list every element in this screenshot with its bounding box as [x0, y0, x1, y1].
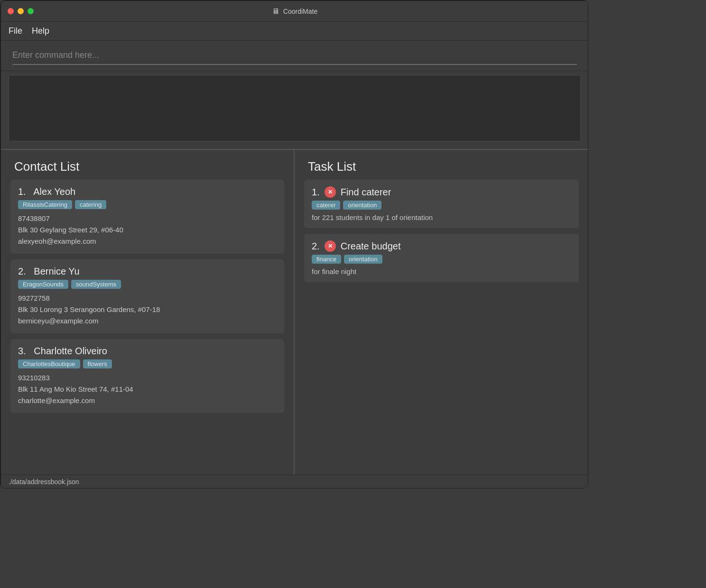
contact-3-tag-1: flowers	[83, 359, 112, 368]
task-1-header: 1. Find caterer	[312, 186, 571, 198]
menu-file[interactable]: File	[9, 26, 22, 36]
task-2-tags: finance orientation	[312, 255, 571, 264]
contact-3-tags: CharlottesBoutique flowers	[18, 359, 277, 368]
contact-2-info: 99272758 Blk 30 Lorong 3 Serangoon Garde…	[18, 293, 277, 327]
task-2-description: for finale night	[312, 267, 571, 276]
contact-1-info: 87438807 Blk 30 Geylang Street 29, #06-4…	[18, 213, 277, 247]
contact-1-address: Blk 30 Geylang Street 29, #06-40	[18, 224, 277, 236]
contact-1-tag-0: RilassisCatering	[18, 200, 72, 209]
task-card-1: 1. Find caterer caterer orientation for …	[304, 180, 579, 228]
contact-2-number: 2.	[18, 266, 26, 276]
task-1-tag-0: caterer	[312, 201, 340, 210]
contact-1-tag-1: catering	[75, 200, 106, 209]
status-bar: ./data/addressbook.json	[1, 475, 588, 488]
task-card-2: 2. Create budget finance orientation for…	[304, 234, 579, 282]
task-1-tag-1: orientation	[343, 201, 381, 210]
contact-1-email: alexyeoh@example.com	[18, 236, 277, 247]
title-bar: 🖥 CoordiMate	[1, 1, 588, 22]
task-2-header: 2. Create budget	[312, 240, 571, 252]
task-1-title: Find caterer	[341, 187, 391, 198]
title-bar-title: 🖥 CoordiMate	[272, 7, 317, 16]
menu-help[interactable]: Help	[32, 26, 49, 36]
task-1-description: for 221 students in day 1 of orientation	[312, 213, 571, 221]
contact-2-email: berniceyu@example.com	[18, 315, 277, 327]
contact-list: 1. Alex Yeoh RilassisCatering catering 8…	[1, 180, 294, 485]
task-2-title: Create budget	[341, 241, 401, 252]
task-2-tag-0: finance	[312, 255, 341, 264]
status-text: ./data/addressbook.json	[9, 478, 79, 486]
task-list-title: Task List	[295, 150, 588, 180]
app-icon: 🖥	[272, 7, 279, 16]
contact-2-phone: 99272758	[18, 293, 277, 304]
contact-2-tag-1: soundSystems	[71, 280, 121, 289]
contact-3-email: charlotte@example.com	[18, 395, 277, 406]
window-controls	[8, 8, 34, 14]
main-content: Contact List 1. Alex Yeoh RilassisCateri…	[1, 150, 588, 485]
contact-1-header: 1. Alex Yeoh	[18, 186, 277, 197]
app-title: CoordiMate	[283, 8, 317, 15]
task-2-delete-button[interactable]	[325, 240, 336, 252]
contact-3-number: 3.	[18, 346, 26, 356]
contact-2-tag-0: EragonSounds	[18, 280, 68, 289]
task-1-tags: caterer orientation	[312, 201, 571, 210]
minimize-button[interactable]	[18, 8, 24, 14]
task-1-delete-button[interactable]	[325, 186, 336, 198]
contact-3-tag-0: CharlottesBoutique	[18, 359, 80, 368]
contact-3-info: 93210283 Blk 11 Ang Mo Kio Street 74, #1…	[18, 372, 277, 406]
contact-panel: Contact List 1. Alex Yeoh RilassisCateri…	[1, 150, 295, 485]
app-window: 🖥 CoordiMate File Help Contact List 1. A…	[0, 0, 588, 488]
contact-1-number: 1.	[18, 186, 26, 197]
contact-card-3: 3. Charlotte Oliveiro CharlottesBoutique…	[10, 339, 284, 413]
task-list: 1. Find caterer caterer orientation for …	[295, 180, 588, 485]
contact-1-tags: RilassisCatering catering	[18, 200, 277, 209]
contact-list-title: Contact List	[1, 150, 294, 180]
task-2-number: 2.	[312, 241, 320, 252]
task-panel: Task List 1. Find caterer caterer orient…	[295, 150, 588, 485]
task-2-tag-1: orientation	[344, 255, 382, 264]
maximize-button[interactable]	[28, 8, 34, 14]
menu-bar: File Help	[1, 22, 588, 41]
contact-2-header: 2. Bernice Yu	[18, 266, 277, 277]
contact-3-header: 3. Charlotte Oliveiro	[18, 346, 277, 357]
contact-2-tags: EragonSounds soundSystems	[18, 280, 277, 289]
contact-1-phone: 87438807	[18, 213, 277, 224]
close-button[interactable]	[8, 8, 14, 14]
contact-3-address: Blk 11 Ang Mo Kio Street 74, #11-04	[18, 384, 277, 395]
contact-card-1: 1. Alex Yeoh RilassisCatering catering 8…	[10, 180, 284, 254]
contact-2-address: Blk 30 Lorong 3 Serangoon Gardens, #07-1…	[18, 304, 277, 315]
contact-3-name: Charlotte Oliveiro	[34, 346, 107, 356]
contact-card-2: 2. Bernice Yu EragonSounds soundSystems …	[10, 259, 284, 333]
contact-1-name: Alex Yeoh	[33, 186, 75, 197]
command-input[interactable]	[12, 48, 577, 65]
command-area	[1, 41, 588, 71]
contact-2-name: Bernice Yu	[34, 266, 79, 276]
output-area	[9, 75, 581, 141]
contact-3-phone: 93210283	[18, 372, 277, 384]
task-1-number: 1.	[312, 187, 320, 198]
